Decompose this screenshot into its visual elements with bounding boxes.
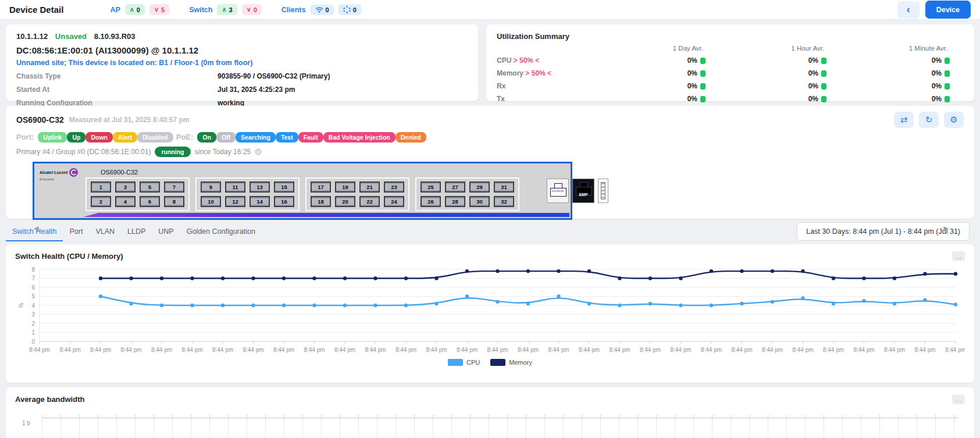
emp-label: EMP <box>573 193 594 197</box>
switch-port[interactable]: 4 <box>115 196 136 207</box>
svg-text:7: 7 <box>31 275 35 282</box>
switch-port[interactable]: 26 <box>420 196 441 207</box>
port-group: 911131510121416 <box>195 177 300 211</box>
device-ip-row: 10.1.1.12 Unsaved 8.10.93.R03 <box>16 32 468 41</box>
switch-health-panel: Switch Health (CPU / Memory) … 012345678… <box>6 244 974 383</box>
info-icon[interactable]: i <box>255 148 262 155</box>
switch-port[interactable]: 13 <box>250 181 270 193</box>
clients-stats: Clients 0 0 <box>281 4 361 15</box>
bandwidth-menu-button[interactable]: … <box>952 394 965 404</box>
settings-button[interactable]: ⚙ <box>944 112 964 128</box>
switch-port[interactable]: 19 <box>335 181 355 193</box>
svg-text:0: 0 <box>31 339 35 345</box>
switch-port[interactable]: 22 <box>359 196 380 207</box>
switch-port[interactable]: 6 <box>140 196 160 207</box>
device-button[interactable]: Device <box>925 1 971 19</box>
down-arrow-icon: ∨ <box>154 6 159 13</box>
switch-port[interactable]: 8 <box>164 196 184 207</box>
switch-port[interactable]: 1 <box>91 181 111 193</box>
device-location-link[interactable]: Unnamed site; This device is located on:… <box>16 59 468 67</box>
switch-port[interactable]: 7 <box>164 181 184 193</box>
switch-port[interactable]: 16 <box>274 196 294 207</box>
clients-wifi-badge[interactable]: 0 <box>311 5 334 15</box>
clients-cluster-badge[interactable]: 0 <box>338 4 361 15</box>
switch-port[interactable]: 32 <box>494 196 514 207</box>
bandwidth-plot-area <box>42 418 958 438</box>
utilization-table: 1 Day Avr.1 Hour Avr.1 Minute Avr.CPU > … <box>497 45 964 103</box>
switch-health-chart[interactable]: 012345678%8:44 pm8:44 pm8:44 pm8:44 pm8:… <box>15 263 965 358</box>
svg-text:8:44 pm: 8:44 pm <box>212 347 233 353</box>
util-value: 0% <box>719 95 840 103</box>
switch-port[interactable]: 14 <box>250 196 270 207</box>
field-label: Started At <box>16 86 218 94</box>
switch-port[interactable]: 27 <box>445 181 465 193</box>
port-status-badge: Up <box>67 132 85 143</box>
clients-label[interactable]: Clients <box>281 6 306 14</box>
switch-port[interactable]: 2 <box>91 196 111 207</box>
switch-port[interactable]: 31 <box>494 181 514 193</box>
switch-port[interactable]: 3 <box>115 181 136 193</box>
switch-port[interactable]: 5 <box>140 181 160 193</box>
ap-up-badge[interactable]: ∧ 0 <box>125 4 145 15</box>
emp-port[interactable]: EMP <box>572 179 594 203</box>
average-bandwidth-panel: Average bandwidth … 1 b <box>6 387 974 438</box>
switch-up-badge[interactable]: ∧ 3 <box>217 4 237 15</box>
switch-model: OS6900-C32 <box>16 115 64 124</box>
scroll-left-icon[interactable]: ◀ <box>34 225 38 232</box>
port-status-badge: Uplink <box>38 132 67 143</box>
down-arrow-icon: ∨ <box>247 6 251 13</box>
utilization-summary-panel: Utilization Summary 1 Day Avr.1 Hour Avr… <box>486 24 974 101</box>
ap-down-badge[interactable]: ∨ 5 <box>149 4 169 15</box>
ellipsis-icon: … <box>955 396 962 404</box>
util-value: 0% <box>840 56 964 65</box>
up-arrow-icon: ∧ <box>130 6 134 13</box>
chart-menu-button[interactable]: … <box>952 251 965 261</box>
switch-port[interactable]: 29 <box>469 181 490 193</box>
switch-port[interactable]: 17 <box>311 181 331 193</box>
average-bandwidth-chart[interactable]: 1 b <box>15 415 965 438</box>
swap-icon: ⇄ <box>900 115 908 125</box>
switch-port[interactable]: 25 <box>420 181 441 193</box>
port-groups: 1357246891113151012141617192123182022242… <box>85 177 519 211</box>
legend-item-memory[interactable]: Memory <box>490 359 532 366</box>
svg-text:8:44 pm: 8:44 pm <box>640 347 661 353</box>
switch-port[interactable]: 21 <box>359 181 380 193</box>
switch-port[interactable]: 20 <box>335 196 355 207</box>
back-button[interactable]: ‹ <box>897 1 920 19</box>
switch-port[interactable]: 28 <box>445 196 465 207</box>
scroll-right-icon[interactable]: ▶ <box>944 225 949 232</box>
legend-item-cpu[interactable]: CPU <box>448 359 480 366</box>
status-square <box>821 58 826 64</box>
switch-port[interactable]: 11 <box>225 181 245 193</box>
port-status-badge: Disabled <box>137 132 173 143</box>
ap-label[interactable]: AP <box>110 6 120 14</box>
switch-port[interactable]: 12 <box>225 196 245 207</box>
swap-view-button[interactable]: ⇄ <box>894 112 914 128</box>
measured-at: Measured at Jul 31, 2025 8:40:57 pm <box>69 116 190 124</box>
switch-label[interactable]: Switch <box>189 6 212 14</box>
switch-port[interactable]: 10 <box>201 196 221 207</box>
svg-text:3: 3 <box>31 311 35 318</box>
port-group: 2527293126283032 <box>415 177 519 211</box>
switch-port[interactable]: 18 <box>311 196 331 207</box>
svg-text:8:44 pm: 8:44 pm <box>273 347 294 353</box>
usb-port[interactable] <box>598 179 608 203</box>
console-port[interactable]: console <box>547 179 569 203</box>
switch-port[interactable]: 23 <box>384 181 404 193</box>
svg-text:2: 2 <box>31 321 35 327</box>
switch-port[interactable]: 30 <box>469 196 490 207</box>
util-column-header: 1 Hour Avr. <box>719 45 840 52</box>
switch-down-badge[interactable]: ∨ 0 <box>242 4 262 15</box>
switch-face: Alcatel·Lucent Enterprise OS6900-C32 135… <box>33 162 572 220</box>
refresh-button[interactable]: ↻ <box>919 112 939 128</box>
switch-down-count: 0 <box>254 6 257 13</box>
svg-text:8:44 pm: 8:44 pm <box>457 347 477 353</box>
ap-stats: AP ∧ 0 ∨ 5 <box>110 4 169 15</box>
switch-port[interactable]: 15 <box>274 181 294 193</box>
util-threshold: > 50% < <box>514 56 540 65</box>
switch-port[interactable]: 24 <box>384 196 404 207</box>
util-row-label: Rx <box>497 82 598 90</box>
status-square <box>700 58 705 64</box>
legend-label: Memory <box>509 359 532 366</box>
switch-port[interactable]: 9 <box>201 181 221 193</box>
